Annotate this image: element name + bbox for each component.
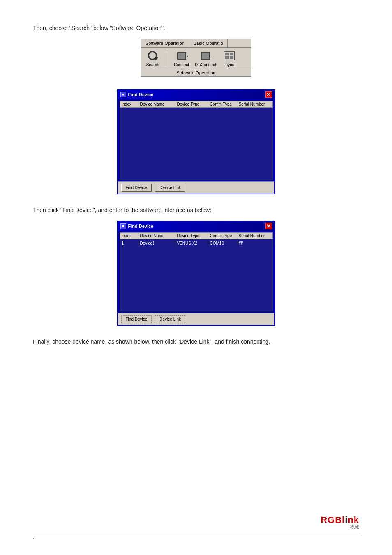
col-device-name-filled: Device Name bbox=[138, 233, 175, 239]
col-comm-type-filled: Comm Type bbox=[208, 233, 237, 239]
toolbar-disconnect-item[interactable]: → DisConnect bbox=[195, 49, 216, 67]
dialog-close-btn-filled[interactable]: ✕ bbox=[265, 223, 272, 229]
dialog-table-body-empty bbox=[120, 108, 273, 180]
cell-index: 1 bbox=[120, 240, 138, 246]
dialog-title-left-empty: ■ Find Device bbox=[120, 92, 154, 97]
dialog-body-filled: Index Device Name Device Type Comm Type … bbox=[118, 231, 274, 313]
disconnect-icon-box: → bbox=[198, 49, 213, 62]
layout-icon bbox=[224, 51, 235, 60]
dialog-footer-filled: Find Device Device Link bbox=[118, 313, 274, 325]
search-icon bbox=[147, 50, 159, 62]
toolbar-separator-1 bbox=[167, 50, 167, 67]
device-link-btn-empty[interactable]: Device Link bbox=[155, 184, 185, 192]
toolbar-screenshot: Software Operation Basic Operatio Search… bbox=[141, 39, 251, 77]
dialog-table-header-filled: Index Device Name Device Type Comm Type … bbox=[120, 232, 273, 239]
instruction-1: Then, choose "Search" below "Software Op… bbox=[33, 25, 359, 31]
dialog-titlebar-filled: ■ Find Device ✕ bbox=[118, 222, 274, 231]
page-footer: RGBlink 视城 bbox=[321, 515, 359, 530]
layout-cell-3 bbox=[225, 56, 229, 59]
toolbar-search-item[interactable]: Search bbox=[143, 49, 162, 67]
logo-nk: nk bbox=[348, 515, 359, 525]
disconnect-arrow-icon: → bbox=[208, 53, 213, 59]
col-index-empty: Index bbox=[120, 101, 138, 107]
disconnect-icon: → bbox=[198, 50, 212, 62]
page-number: · bbox=[33, 536, 34, 541]
disconnect-label: DisConnect bbox=[195, 62, 216, 67]
toolbar-status-bar: Software Operation bbox=[141, 69, 251, 76]
device-link-btn-filled[interactable]: Device Link bbox=[155, 315, 185, 323]
toolbar-tabs: Software Operation Basic Operatio bbox=[141, 39, 251, 48]
toolbar-connect-item[interactable]: → Connect bbox=[172, 49, 191, 67]
table-row[interactable]: 1 Device1 VENUS X2 COM10 ffff bbox=[120, 239, 272, 246]
toolbar-layout-item[interactable]: Layout bbox=[220, 49, 239, 67]
find-device-btn-filled[interactable]: Find Device bbox=[121, 315, 152, 323]
tab-basic-operation[interactable]: Basic Operatio bbox=[189, 39, 228, 47]
instruction-3: Finally, choose device name, as shown be… bbox=[33, 338, 359, 345]
cell-device-type: VENUS X2 bbox=[175, 240, 208, 246]
search-icon-box bbox=[145, 49, 160, 62]
dialog-title-text-filled: Find Device bbox=[128, 224, 154, 229]
find-device-dialog-empty: ■ Find Device ✕ Index Device Name Device… bbox=[117, 89, 275, 194]
search-label: Search bbox=[146, 62, 159, 67]
find-device-dialog-filled: ■ Find Device ✕ Index Device Name Device… bbox=[117, 221, 275, 326]
col-device-name-empty: Device Name bbox=[138, 101, 175, 107]
instruction-2: Then click "Find Device", and enter to t… bbox=[33, 207, 359, 213]
dialog-title-text-empty: Find Device bbox=[128, 92, 154, 97]
connect-icon: → bbox=[175, 50, 189, 62]
layout-cell-4 bbox=[230, 56, 233, 59]
cell-device-name: Device1 bbox=[138, 240, 175, 246]
dialog-body-empty: Index Device Name Device Type Comm Type … bbox=[118, 99, 274, 181]
cell-comm-type: COM10 bbox=[208, 240, 237, 246]
toolbar-icons-row: Search → Connect → bbox=[141, 48, 251, 69]
col-comm-type-empty: Comm Type bbox=[208, 101, 237, 107]
logo-subtitle: 视城 bbox=[350, 524, 359, 530]
dialog-icon-filled: ■ bbox=[120, 223, 126, 229]
footer-separator bbox=[33, 534, 359, 534]
rgblink-logo: RGBlink 视城 bbox=[321, 515, 359, 530]
layout-label: Layout bbox=[223, 62, 235, 67]
cell-serial: ffff bbox=[237, 240, 274, 246]
col-serial-empty: Serial Number bbox=[237, 101, 274, 107]
connect-arrow-icon: → bbox=[184, 53, 189, 59]
connect-icon-box: → bbox=[174, 49, 189, 62]
layout-cell-2 bbox=[230, 53, 233, 56]
col-index-filled: Index bbox=[120, 233, 138, 239]
dialog-titlebar-empty: ■ Find Device ✕ bbox=[118, 90, 274, 99]
col-device-type-filled: Device Type bbox=[175, 233, 208, 239]
tab-software-operation[interactable]: Software Operation bbox=[141, 39, 189, 47]
layout-icon-box bbox=[222, 49, 237, 62]
col-device-type-empty: Device Type bbox=[175, 101, 208, 107]
dialog-table-header-empty: Index Device Name Device Type Comm Type … bbox=[120, 101, 273, 108]
col-serial-filled: Serial Number bbox=[237, 233, 274, 239]
connect-label: Connect bbox=[174, 62, 189, 67]
dialog-close-btn-empty[interactable]: ✕ bbox=[265, 91, 272, 98]
dialog-footer-empty: Find Device Device Link bbox=[118, 181, 274, 194]
dialog-title-left-filled: ■ Find Device bbox=[120, 223, 154, 229]
logo-rgb: RGBl bbox=[321, 515, 345, 525]
dialog-icon-empty: ■ bbox=[120, 92, 126, 97]
find-device-btn-empty[interactable]: Find Device bbox=[121, 184, 152, 192]
dialog-table-body-filled: 1 Device1 VENUS X2 COM10 ffff bbox=[120, 239, 273, 311]
layout-cell-1 bbox=[225, 53, 229, 56]
